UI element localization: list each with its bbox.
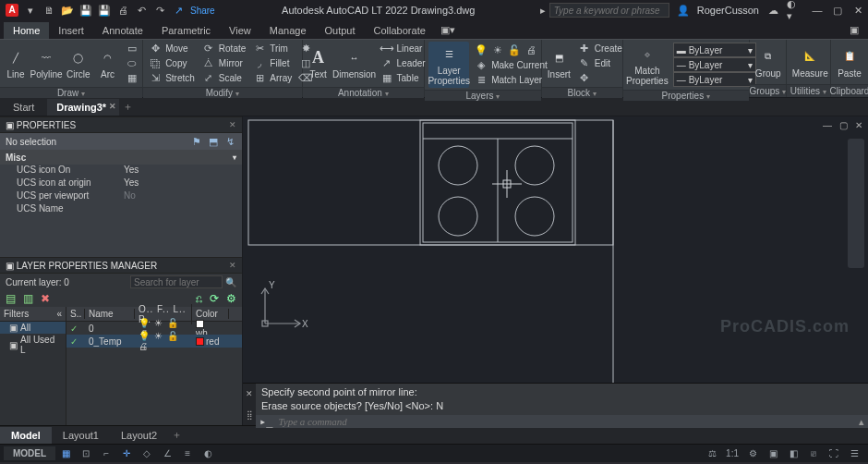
- qat-menu-icon[interactable]: ▾: [24, 4, 37, 17]
- tab-view[interactable]: View: [220, 22, 260, 39]
- new-icon[interactable]: 🗎: [42, 4, 55, 17]
- tab-annotate[interactable]: Annotate: [93, 22, 152, 39]
- create-block-button[interactable]: ✚Create: [576, 42, 624, 55]
- properties-selection[interactable]: No selection ⚑⬒↯: [0, 133, 242, 150]
- maximize-button[interactable]: ▢: [827, 5, 848, 17]
- tab-extra[interactable]: ▣▾: [435, 21, 461, 39]
- insert-button[interactable]: ⬒Insert: [546, 45, 573, 81]
- tab-output[interactable]: Output: [316, 22, 365, 39]
- osnap-toggle[interactable]: ◇: [137, 446, 157, 462]
- save-icon[interactable]: 💾: [79, 4, 92, 17]
- new-layer-icon[interactable]: ▤: [6, 292, 16, 305]
- ortho-toggle[interactable]: ⌐: [96, 446, 116, 462]
- delete-layer-icon[interactable]: ✖: [41, 292, 50, 305]
- hardware-icon[interactable]: ⎚: [803, 446, 824, 462]
- otrack-toggle[interactable]: ∠: [157, 446, 177, 462]
- linetype-combo[interactable]: — ByLayer▾: [671, 73, 758, 87]
- cmd-handle-icon[interactable]: ⣿: [247, 410, 253, 420]
- layouttab-model[interactable]: Model: [0, 427, 52, 444]
- layer-states-icon[interactable]: ⎌: [196, 292, 202, 305]
- ribbon-minimize-icon[interactable]: ▣: [840, 21, 868, 39]
- stretch-button[interactable]: ⇲Stretch: [147, 71, 197, 85]
- status-model[interactable]: MODEL: [4, 446, 55, 460]
- scale-label[interactable]: 1:1: [722, 446, 742, 462]
- measure-button[interactable]: 📐Measure: [790, 44, 830, 80]
- workspace-icon[interactable]: ▣: [763, 446, 783, 462]
- grid-toggle[interactable]: ▦: [55, 446, 76, 462]
- snap-toggle[interactable]: ⊡: [76, 446, 96, 462]
- rotate-button[interactable]: ⟳Rotate: [200, 42, 247, 55]
- arc-button[interactable]: ◠Arc: [96, 45, 120, 81]
- layer-properties-button[interactable]: ☰Layer Properties: [428, 42, 469, 88]
- layer-state-row[interactable]: 💡☀🔓🖨: [473, 43, 549, 57]
- doctab-start[interactable]: Start: [4, 99, 47, 116]
- mirror-button[interactable]: ⧊Mirror: [200, 56, 247, 70]
- tab-collaborate[interactable]: Collaborate: [365, 22, 435, 39]
- isoplane-icon[interactable]: ◧: [783, 446, 803, 462]
- undo-icon[interactable]: ↶: [135, 4, 148, 17]
- group-button[interactable]: ⧉Group: [753, 44, 783, 80]
- minimize-button[interactable]: —: [807, 5, 827, 16]
- filter-all-used[interactable]: ▣All Used L: [0, 334, 66, 356]
- pickadd-icon[interactable]: ⬒: [207, 135, 220, 148]
- copy-button[interactable]: ⿻Copy: [147, 56, 197, 70]
- tab-home[interactable]: Home: [4, 22, 49, 39]
- signin-icon[interactable]: 👤: [677, 4, 690, 17]
- search-caret-icon[interactable]: ▸: [536, 4, 549, 17]
- ellipse-button[interactable]: ⬭: [124, 56, 140, 70]
- cmd-expand-icon[interactable]: ▴: [859, 416, 864, 428]
- share-label[interactable]: Share: [190, 6, 215, 16]
- open-icon[interactable]: 📂: [61, 4, 74, 17]
- layouttab-add[interactable]: ＋: [168, 428, 185, 442]
- user-name[interactable]: RogerCusson: [697, 5, 759, 16]
- scale-button[interactable]: ⤢Scale: [200, 71, 247, 85]
- col-name[interactable]: Name: [85, 309, 135, 319]
- selectobjects-icon[interactable]: ↯: [223, 135, 236, 148]
- move-button[interactable]: ✥Move: [147, 42, 197, 55]
- settings-icon[interactable]: ⚙: [226, 292, 236, 305]
- tab-insert[interactable]: Insert: [49, 22, 93, 39]
- close-button[interactable]: ✕: [848, 5, 868, 17]
- annoscale-icon[interactable]: ⚖: [702, 446, 722, 462]
- match-properties-button[interactable]: ⟐Match Properties: [627, 42, 668, 88]
- doctab-active[interactable]: Drawing3*✕: [47, 99, 119, 116]
- close-doc-icon[interactable]: ✕: [109, 102, 116, 111]
- new-layer-vp-icon[interactable]: ▥: [23, 292, 33, 305]
- hatch-button[interactable]: ▦: [124, 71, 140, 85]
- transparency-toggle[interactable]: ◐: [198, 446, 218, 462]
- properties-close-icon[interactable]: ✕: [229, 120, 236, 129]
- linear-button[interactable]: ⟷Linear: [379, 42, 428, 55]
- polar-toggle[interactable]: ✛: [116, 446, 137, 462]
- tab-manage[interactable]: Manage: [260, 22, 316, 39]
- line-button[interactable]: ╱Line: [4, 45, 28, 81]
- lpm-close-icon[interactable]: ✕: [229, 261, 236, 270]
- col-status[interactable]: S..: [66, 309, 85, 319]
- layer-search-input[interactable]: [130, 275, 223, 288]
- layer-row[interactable]: ✓ 0_Temp 💡 ☀ 🔓 🖨 red: [66, 335, 242, 348]
- fillet-button[interactable]: ◞Fillet: [251, 56, 294, 70]
- dimension-button[interactable]: ↔Dimension: [334, 45, 375, 81]
- color-combo[interactable]: ▬ ByLayer▾: [671, 43, 758, 57]
- text-button[interactable]: AText: [307, 45, 331, 81]
- lineweight-combo[interactable]: — ByLayer▾: [671, 58, 758, 72]
- match-layer-button[interactable]: ≣Match Layer: [473, 73, 549, 87]
- plot-icon[interactable]: 🖨: [116, 4, 129, 17]
- block-attr-button[interactable]: ✥: [576, 71, 624, 85]
- quickselect-icon[interactable]: ⚑: [190, 135, 203, 148]
- viewport[interactable]: — ▢ ✕: [243, 116, 868, 383]
- search-icon[interactable]: 🔍: [225, 277, 236, 287]
- a360-icon[interactable]: ☁: [766, 4, 779, 17]
- redo-icon[interactable]: ↷: [153, 4, 166, 17]
- help-search-input[interactable]: [549, 3, 669, 18]
- rectangle-button[interactable]: ▭: [124, 42, 140, 55]
- make-current-button[interactable]: ◈Make Current: [473, 58, 549, 72]
- layouttab-layout1[interactable]: Layout1: [52, 427, 110, 444]
- app-logo[interactable]: A: [6, 4, 18, 17]
- circle-button[interactable]: ◯Circle: [65, 45, 92, 81]
- gear-icon[interactable]: ⚙: [742, 446, 763, 462]
- help-icon[interactable]: ◐ ▾: [787, 4, 800, 17]
- layouttab-layout2[interactable]: Layout2: [110, 427, 168, 444]
- tab-parametric[interactable]: Parametric: [152, 22, 220, 39]
- paste-button[interactable]: 📋Paste: [835, 44, 864, 80]
- cleanscreen-icon[interactable]: ⛶: [824, 446, 844, 462]
